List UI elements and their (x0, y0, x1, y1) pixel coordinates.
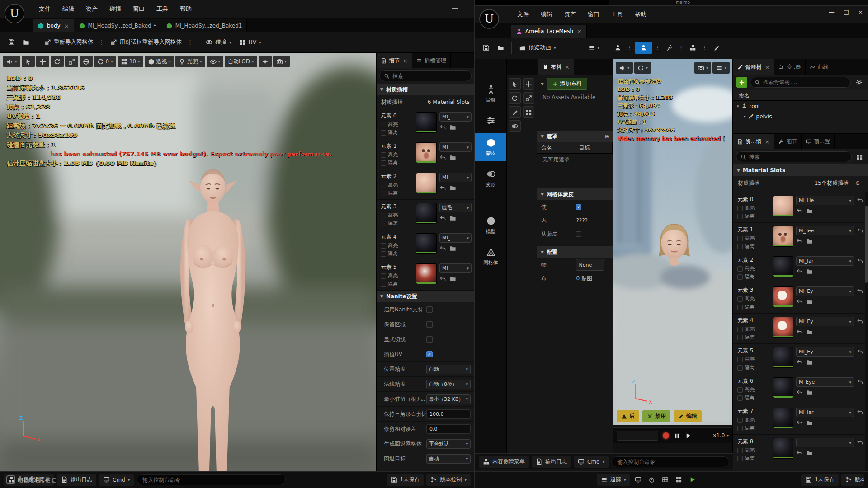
mode-item-mesh[interactable]: 网格体 (475, 243, 506, 271)
viewport-audio-dropdown[interactable]: ▾ (3, 56, 20, 67)
browse-to-asset-button[interactable] (806, 298, 813, 305)
smooth-tool[interactable] (509, 120, 521, 132)
property-checkbox[interactable]: ✓ (426, 351, 433, 357)
layout-button[interactable] (674, 474, 684, 485)
reset-to-default-button[interactable] (857, 318, 863, 324)
material-select[interactable]: ▾ (796, 438, 854, 447)
material-select[interactable]: 睫毛▾ (439, 203, 472, 212)
use-selected-asset-button[interactable] (796, 207, 803, 214)
material-thumbnail[interactable] (416, 173, 437, 193)
use-selected-asset-button[interactable] (439, 275, 446, 282)
collapse-caret-icon[interactable]: ▾ (744, 114, 746, 119)
isolate-checkbox[interactable]: 隔离 (737, 364, 770, 371)
material-thumbnail[interactable] (773, 438, 793, 459)
stats-button[interactable] (633, 474, 644, 485)
menu-item-4[interactable]: 工具 (605, 6, 629, 23)
reset-to-default-button[interactable] (857, 287, 863, 294)
scale-tool[interactable] (65, 56, 78, 67)
mode-item-skin[interactable]: 蒙皮 (475, 133, 506, 161)
skeleton-editor-button[interactable] (611, 42, 624, 54)
property-dropdown[interactable]: 自动（8位）▾ (426, 380, 471, 389)
use-selected-asset-button[interactable] (439, 215, 446, 221)
menu-item-1[interactable]: 编辑 (57, 0, 80, 18)
menu-item-5[interactable]: 工具 (151, 0, 174, 18)
menu-item-3[interactable]: 窗口 (582, 6, 605, 23)
perspective-dropdown[interactable]: 透视▾ (145, 56, 175, 67)
mask-target-column[interactable]: 目标 (575, 142, 613, 153)
isolate-checkbox[interactable]: 隔离 (737, 243, 770, 250)
grid-snap-dropdown[interactable]: 10▾ (118, 56, 143, 67)
material-select[interactable]: MI_▾ (439, 112, 472, 122)
reset-to-default-button[interactable] (857, 378, 863, 385)
material-select[interactable]: MI_He▾ (796, 196, 854, 205)
menu-item-2[interactable]: 资产 (558, 6, 582, 23)
tab-cloth[interactable]: 布料× (538, 59, 574, 75)
material-select[interactable]: MI_▾ (439, 263, 472, 273)
select-tool[interactable] (509, 78, 521, 90)
material-thumbnail[interactable] (773, 286, 793, 307)
isolate-checkbox[interactable]: 隔离 (737, 334, 770, 341)
highlight-checkbox[interactable]: 高亮 (737, 356, 770, 363)
reset-to-default-button[interactable] (857, 257, 863, 264)
add-mask-button[interactable]: ⊕ (604, 133, 609, 140)
browse-to-asset-button[interactable] (449, 124, 456, 131)
use-selected-asset-button[interactable] (439, 124, 446, 131)
isolate-checkbox[interactable]: 隔离 (737, 425, 770, 432)
cmd-dropdown[interactable]: Cmd▾ (574, 456, 609, 468)
select-tool[interactable] (22, 56, 35, 67)
viewport-audio-dropdown[interactable]: ▾ (616, 62, 633, 74)
material-thumbnail[interactable] (773, 196, 793, 216)
tree-row-root[interactable]: ▾root (733, 101, 868, 111)
trace-dropdown[interactable]: 追踪▾ (597, 474, 630, 486)
content-drawer-button[interactable]: 内容侧滑菜单 (479, 456, 529, 468)
material-thumbnail[interactable] (773, 347, 793, 368)
main-3d-viewport[interactable]: ▾ 0▾ 10▾ 透视▾ 光照▾ ▾ 自动LOD▾ ▾ LOD : 0当前屏幕大… (0, 53, 376, 471)
browse-to-asset-button[interactable] (806, 359, 813, 366)
unsaved-assets-button[interactable]: 1未保存 (801, 474, 839, 486)
browse-to-asset-button[interactable] (806, 268, 813, 275)
mode-item-weights[interactable] (475, 111, 506, 130)
expand-caret-icon[interactable]: ▼ (541, 82, 544, 86)
physics-editor-button[interactable] (710, 42, 723, 54)
mode-item-morph[interactable]: 变形 (475, 164, 506, 192)
skeleton-settings-button[interactable] (854, 77, 864, 88)
add-cloth-button[interactable]: +添加布料 (547, 78, 587, 90)
isolate-checkbox[interactable]: 隔离 (381, 129, 413, 136)
collapse-caret-icon[interactable]: ▾ (737, 104, 739, 108)
material-thumbnail[interactable] (416, 203, 437, 224)
property-checkbox[interactable] (426, 306, 433, 313)
output-log-button[interactable]: 输出日志 (532, 456, 571, 468)
property-dropdown[interactable]: 自动▾ (426, 454, 471, 464)
skeleton-panel-tab-2[interactable]: 曲线 (806, 59, 833, 75)
isolate-checkbox[interactable]: 隔离 (737, 213, 770, 220)
use-selected-asset-button[interactable] (796, 419, 803, 426)
material-select[interactable]: MI_▾ (439, 173, 472, 182)
scrollbar[interactable] (865, 192, 868, 471)
material-select[interactable]: MI_Ey▾ (796, 347, 854, 357)
timing-button[interactable] (646, 474, 657, 485)
use-selected-asset-button[interactable] (796, 359, 803, 366)
rotate-tool[interactable] (51, 56, 64, 67)
close-icon[interactable]: × (765, 64, 770, 70)
material-thumbnail[interactable] (773, 256, 793, 277)
maximize-button[interactable]: □ (844, 9, 849, 15)
menu-item-5[interactable]: 帮助 (629, 6, 652, 23)
material-select[interactable]: MI_Ey▾ (796, 317, 854, 326)
pause-button[interactable] (674, 432, 680, 439)
material-thumbnail[interactable] (773, 377, 793, 398)
use-selected-asset-button[interactable] (796, 389, 803, 396)
blueprint-editor-options[interactable]: ⋮ (701, 44, 708, 51)
browse-to-asset-button[interactable] (806, 207, 813, 214)
close-icon[interactable]: × (565, 64, 570, 70)
uv-dropdown[interactable]: UV▾ (236, 36, 264, 48)
animation-editor-options[interactable]: ⋮ (677, 44, 685, 51)
material-slots-section-header[interactable]: ▼材质插槽 (377, 84, 474, 95)
asset-tab-0[interactable]: body× (33, 19, 74, 32)
property-input[interactable] (426, 424, 471, 434)
view-menu-dropdown[interactable]: ▾ (712, 62, 730, 74)
isolate-checkbox[interactable]: 隔离 (737, 394, 770, 401)
collision-dropdown[interactable]: 碰撞▾ (203, 36, 235, 49)
insights-button[interactable] (687, 474, 698, 485)
property-dropdown[interactable]: 最小（32 KB）▾ (426, 394, 471, 404)
highlight-checkbox[interactable]: 高亮 (381, 182, 413, 188)
